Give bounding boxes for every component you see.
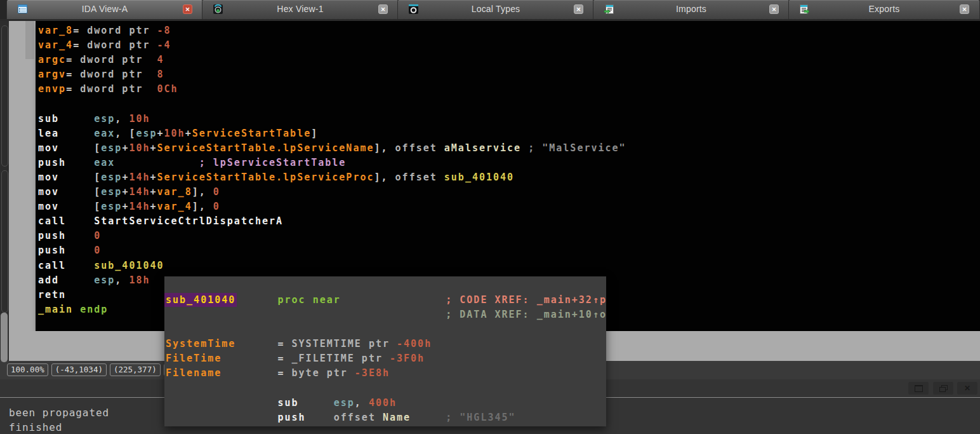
vertical-scrollbar-thumb[interactable] (1, 313, 8, 362)
code-token: + (157, 128, 164, 139)
tooltip-disasm-line[interactable]: FileTime = _FILETIME ptr -3F0h (166, 351, 606, 366)
disasm-line[interactable]: mov [esp+14h+var_4], 0 (38, 200, 980, 214)
code-token: esp (101, 142, 122, 154)
code-token: 10h (129, 113, 150, 125)
tab-local-types[interactable]: Local Types✕ (397, 0, 594, 19)
disasm-line[interactable]: call sub_401040 (38, 259, 980, 273)
disasm-line[interactable]: push eax ; lpServiceStartTable (38, 156, 980, 170)
tooltip-disasm-line[interactable]: sub_401040 proc near ; CODE XREF: _main+… (166, 293, 606, 308)
code-token: SystemTime (166, 338, 235, 349)
tab-label: Hex View-1 (202, 4, 398, 14)
cursor-pos-chip: (225,377) (110, 363, 161, 376)
code-token: -3F0h (390, 353, 425, 364)
code-token: = (66, 69, 80, 80)
code-token: , (115, 275, 129, 286)
code-token: near (313, 294, 341, 306)
tooltip-disasm-line[interactable]: sub esp, 400h (166, 396, 606, 410)
code-token: ], (374, 172, 395, 183)
code-token: + (122, 201, 129, 212)
disasm-line[interactable]: sub esp, 10h (38, 112, 980, 126)
code-token: 0Ch (157, 83, 178, 95)
tooltip-disasm-line[interactable]: push offset Name ; "HGL345" (166, 410, 606, 425)
code-token (235, 294, 277, 306)
code-token: , (355, 397, 369, 409)
code-token: + (150, 186, 157, 198)
code-token: push (38, 230, 94, 241)
maximize-icon (915, 385, 923, 392)
code-token: esp (334, 397, 355, 409)
code-token: StartServiceCtrlDispatcherA (94, 215, 283, 227)
tab-hex-view-1[interactable]: Hex View-1✕ (202, 0, 399, 19)
code-token: = (278, 353, 292, 364)
code-token: = (66, 54, 80, 65)
tooltip-disasm-line[interactable]: Filename = byte ptr -3E8h (166, 366, 606, 381)
disasm-line[interactable]: mov [esp+10h+ServiceStartTable.lpService… (38, 141, 980, 156)
code-token: endp (80, 304, 108, 315)
code-token: mov (38, 142, 94, 154)
code-token: esp (136, 128, 157, 139)
disasm-line[interactable]: push 0 (38, 243, 980, 258)
tooltip-disasm-line[interactable] (166, 381, 606, 396)
code-token: Name (383, 412, 411, 423)
tab-close-button[interactable]: ✕ (769, 4, 779, 14)
code-token: ServiceStartTable (192, 128, 312, 139)
tab-imports[interactable]: Imports✕ (593, 0, 790, 19)
tab-ida-view-a[interactable]: IDA View-A✕ (6, 0, 203, 19)
code-token: dword ptr (80, 54, 157, 65)
disasm-line[interactable]: push 0 (38, 229, 980, 243)
zoom-level-chip: 100.00% (7, 363, 48, 376)
code-token: push (278, 412, 334, 423)
code-token: var_8 (157, 186, 192, 198)
code-token: FileTime (166, 353, 222, 364)
code-token (166, 412, 278, 423)
code-token (73, 304, 80, 315)
code-token: 0 (94, 230, 101, 241)
tab-close-button[interactable]: ✕ (378, 4, 388, 14)
function-preview-tooltip: sub_401040 proc near ; CODE XREF: _main+… (164, 276, 606, 426)
code-token: esp (101, 186, 122, 198)
gutter-scroll-thumb[interactable] (25, 21, 34, 59)
code-token: retn (38, 289, 66, 301)
tab-exports[interactable]: Exports✕ (788, 0, 980, 19)
disasm-line[interactable] (38, 97, 980, 111)
code-token: aMalservice (444, 142, 521, 154)
tab-close-button[interactable]: ✕ (183, 4, 192, 14)
code-token (411, 412, 446, 423)
disasm-line[interactable]: var_4= dword ptr -4 (38, 38, 980, 53)
float-button[interactable] (933, 382, 953, 395)
disasm-line[interactable]: mov [esp+14h+ServiceStartTable.lpService… (38, 170, 980, 185)
tab-label: Imports (593, 4, 789, 14)
code-token: -8 (157, 25, 171, 36)
disasm-line[interactable]: call StartServiceCtrlDispatcherA (38, 214, 980, 229)
tab-close-button[interactable]: ✕ (960, 4, 969, 14)
code-token: _FILETIME ptr (292, 353, 390, 364)
disasm-line[interactable]: lea eax, [esp+10h+ServiceStartTable] (38, 126, 980, 141)
code-token: esp (94, 113, 115, 125)
code-token: = (278, 338, 292, 349)
disasm-line[interactable]: argc= dword ptr 4 (38, 53, 980, 67)
tooltip-disasm-line[interactable] (166, 322, 606, 337)
code-token: ; lpServiceStartTable (199, 157, 347, 168)
code-token (222, 367, 277, 379)
disasm-line[interactable]: envp= dword ptr 0Ch (38, 82, 980, 97)
left-dock-strip (0, 21, 9, 361)
code-token: [ (94, 186, 101, 198)
tooltip-disasm-line[interactable]: ; DATA XREF: _main+10↑o (166, 308, 606, 322)
close-button[interactable]: ✕ (957, 382, 977, 395)
code-token: 8 (157, 69, 164, 80)
disasm-line[interactable]: var_8= dword ptr -8 (38, 24, 980, 38)
code-token: 14h (129, 186, 150, 198)
code-token: ServiceStartTable.lpServiceProc (157, 172, 374, 183)
code-token: sub_401040 (444, 172, 514, 183)
code-token: dword ptr (80, 69, 157, 80)
maximize-button[interactable] (908, 382, 929, 395)
disasm-line[interactable]: argv= dword ptr 8 (38, 67, 980, 82)
code-token: offset (395, 172, 444, 183)
code-token (306, 294, 313, 306)
code-token (341, 294, 446, 306)
tab-close-button[interactable]: ✕ (574, 4, 583, 14)
disasm-line[interactable]: mov [esp+14h+var_8], 0 (38, 185, 980, 200)
code-token: push (38, 245, 94, 256)
code-token: ], (374, 142, 395, 154)
tooltip-disasm-line[interactable]: SystemTime = SYSTEMTIME ptr -400h (166, 337, 606, 351)
